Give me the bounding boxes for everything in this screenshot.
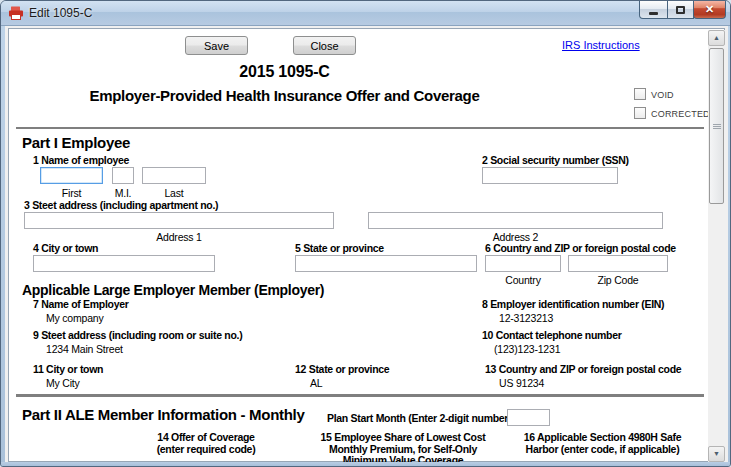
divider: [16, 394, 704, 397]
part2-heading: Part II ALE Member Information - Monthly: [22, 406, 304, 423]
irs-instructions-link[interactable]: IRS Instructions: [562, 39, 640, 51]
middle-initial-input[interactable]: [112, 167, 134, 184]
scrollbar-thumb[interactable]: [709, 48, 724, 204]
employer-heading: Applicable Large Employer Member (Employ…: [22, 282, 324, 298]
part1-heading: Part I Employee: [22, 134, 130, 151]
first-sublabel: First: [40, 187, 103, 199]
close-button[interactable]: Close: [293, 36, 356, 55]
field13-value: US 91234: [499, 377, 544, 389]
scroll-down-arrow-icon[interactable]: ▼: [708, 446, 725, 462]
field11-label: 11 City or town: [33, 363, 103, 375]
zip-sublabel: Zip Code: [568, 274, 668, 286]
last-sublabel: Last: [142, 187, 206, 199]
void-label: VOID: [651, 90, 674, 100]
void-checkbox[interactable]: [634, 88, 646, 100]
scrollbar-grip-icon: [713, 124, 721, 129]
state-input[interactable]: [295, 255, 477, 272]
column14-line2: (enter required code): [121, 444, 291, 456]
column15-header: 15 Employee Share of Lowest Cost Monthly…: [313, 432, 493, 462]
field6-label: 6 Country and ZIP or foreign postal code: [485, 242, 676, 254]
field7-label: 7 Name of Employer: [33, 298, 129, 310]
last-name-input[interactable]: [142, 167, 206, 184]
field5-label: 5 State or province: [295, 242, 384, 254]
field7-value: My company: [46, 312, 104, 324]
first-name-input[interactable]: [40, 167, 103, 184]
field10-value: (123)123-1231: [494, 343, 560, 355]
plan-start-month-label: Plan Start Month (Enter 2-digit number:): [327, 412, 515, 424]
ssn-input[interactable]: [482, 167, 618, 184]
column14-line1: 14 Offer of Coverage: [121, 432, 291, 444]
address1-input[interactable]: [24, 212, 334, 229]
scroll-up-arrow-icon[interactable]: ▲: [708, 30, 725, 46]
vertical-scrollbar[interactable]: ▲ ▼: [708, 30, 725, 462]
column16-header: 16 Applicable Section 4980H Safe Harbor …: [510, 432, 695, 455]
column15-line1: 15 Employee Share of Lowest Cost: [313, 432, 493, 444]
edit-1095c-window: Edit 1095-C ✕ Save Close IRS Instruction…: [0, 0, 731, 467]
column16-line1: 16 Applicable Section 4980H Safe: [510, 432, 695, 444]
field12-value: AL: [310, 377, 322, 389]
corrected-checkbox[interactable]: [634, 107, 646, 119]
field10-label: 10 Contact telephone number: [482, 329, 622, 341]
field1-label: 1 Name of employee: [33, 154, 129, 166]
country-input[interactable]: [485, 255, 561, 272]
form-subtitle: Employer-Provided Health Insurance Offer…: [2, 87, 567, 104]
city-input[interactable]: [33, 255, 215, 272]
mi-sublabel: M.I.: [106, 187, 140, 199]
field11-value: My City: [46, 377, 80, 389]
field12-label: 12 State or province: [295, 363, 389, 375]
field9-value: 1234 Main Street: [46, 343, 123, 355]
form-content: Save Close IRS Instructions 2015 1095-C …: [2, 2, 731, 462]
field8-label: 8 Employer identification number (EIN): [482, 298, 664, 310]
window-bottom-frame: [1, 462, 731, 467]
zip-input[interactable]: [568, 255, 668, 272]
field2-label: 2 Social security number (SSN): [482, 154, 629, 166]
corrected-label: CORRECTED: [651, 109, 710, 119]
field9-label: 9 Steet address (including room or suite…: [33, 329, 242, 341]
form-year-title: 2015 1095-C: [2, 63, 567, 81]
column14-header: 14 Offer of Coverage (enter required cod…: [121, 432, 291, 455]
divider: [16, 127, 704, 129]
field8-value: 12-3123213: [499, 312, 553, 324]
country-sublabel: Country: [485, 274, 561, 286]
field4-label: 4 City or town: [33, 242, 98, 254]
address2-input[interactable]: [368, 212, 663, 229]
column16-line2: Harbor (enter code, if applicable): [510, 444, 695, 456]
column15-line3: Minimum Value Coverage: [313, 455, 493, 462]
field3-label: 3 Steet address (including apartment no.…: [24, 199, 218, 211]
save-button[interactable]: Save: [185, 36, 248, 55]
field13-label: 13 Country and ZIP or foreign postal cod…: [485, 363, 681, 375]
plan-start-month-input[interactable]: [507, 409, 550, 426]
